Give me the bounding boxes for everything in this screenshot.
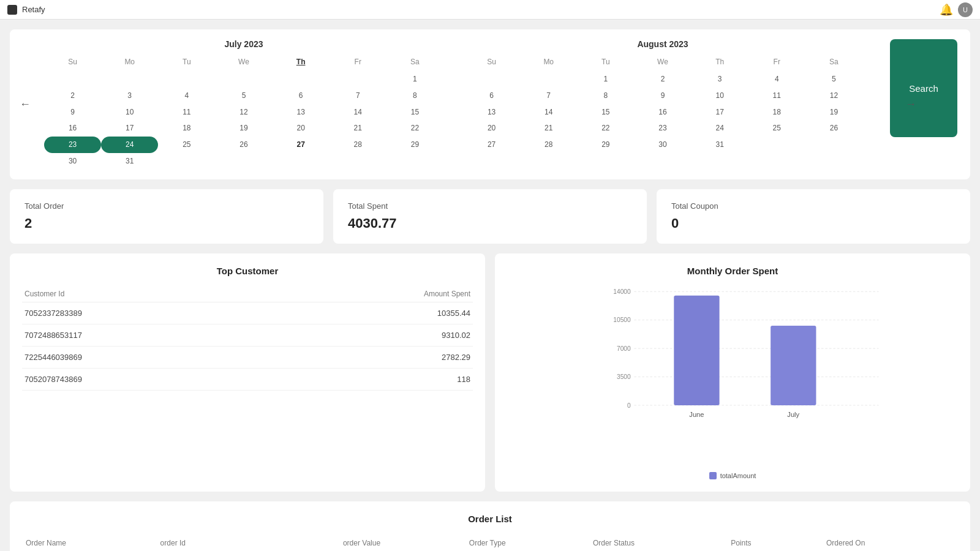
jul-cell[interactable]: 13 bbox=[273, 104, 330, 121]
jul-cell[interactable]: 29 bbox=[386, 137, 443, 153]
col-amount-spent: Amount Spent bbox=[269, 286, 473, 302]
aug-cell[interactable]: 1 bbox=[577, 71, 634, 88]
aug-cell[interactable]: 5 bbox=[805, 71, 862, 88]
col-order-value: order Value bbox=[339, 534, 466, 551]
aug-cell[interactable]: 3 bbox=[692, 71, 748, 88]
titlebar: Retafy 🔔 U bbox=[0, 0, 980, 20]
august-grid: Su Mo Tu We Th Fr Sa 1 2 3 bbox=[463, 56, 862, 159]
aug-cell[interactable]: 19 bbox=[805, 104, 862, 121]
august-calendar: August 2023 Su Mo Tu We Th Fr Sa bbox=[463, 39, 862, 170]
aug-cell[interactable]: 18 bbox=[748, 104, 805, 121]
aug-cell[interactable]: 23 bbox=[634, 120, 691, 137]
notification-icon[interactable]: 🔔 bbox=[940, 3, 953, 17]
aug-cell[interactable]: 14 bbox=[520, 104, 577, 121]
aug-cell[interactable]: 8 bbox=[577, 88, 634, 104]
top-customer-title: Top Customer bbox=[22, 266, 473, 276]
aug-week-4: 20 21 22 23 24 25 26 bbox=[463, 120, 862, 137]
aug-cell[interactable]: 15 bbox=[577, 104, 634, 121]
search-button[interactable]: Search bbox=[890, 39, 957, 137]
jul-cell-24[interactable]: 24 bbox=[101, 137, 158, 153]
calendars-wrapper: July 2023 Su Mo Tu We Th Fr Sa bbox=[44, 39, 862, 170]
aug-cell[interactable]: 31 bbox=[692, 137, 748, 153]
jul-cell[interactable]: 8 bbox=[386, 88, 443, 104]
aug-cell[interactable]: 28 bbox=[520, 137, 577, 153]
jul-cell[interactable]: 20 bbox=[273, 120, 330, 137]
jul-cell[interactable]: 2 bbox=[44, 88, 101, 104]
jul-cell[interactable]: 10 bbox=[101, 104, 158, 121]
jul-cell[interactable]: 7 bbox=[330, 88, 386, 104]
aug-cell[interactable]: 2 bbox=[634, 71, 691, 88]
aug-cell[interactable]: 10 bbox=[692, 88, 748, 104]
jul-cell[interactable]: 15 bbox=[386, 104, 443, 121]
aug-cell[interactable]: 25 bbox=[748, 120, 805, 137]
jul-cell[interactable]: 11 bbox=[158, 104, 215, 121]
aug-cell[interactable] bbox=[463, 71, 520, 88]
jul-cell[interactable] bbox=[101, 71, 158, 88]
aug-cell[interactable]: 20 bbox=[463, 120, 520, 137]
jul-cell[interactable] bbox=[158, 71, 215, 88]
aug-cell[interactable]: 24 bbox=[692, 120, 748, 137]
jul-cell[interactable]: 26 bbox=[215, 137, 272, 153]
jul-cell[interactable] bbox=[330, 153, 386, 170]
jul-cell-27[interactable]: 27 bbox=[273, 137, 330, 153]
aug-cell[interactable]: 17 bbox=[692, 104, 748, 121]
jul-cell[interactable]: 1 bbox=[386, 71, 443, 88]
user-avatar[interactable]: U bbox=[958, 2, 973, 17]
jul-cell[interactable]: 5 bbox=[215, 88, 272, 104]
jul-cell[interactable]: 4 bbox=[158, 88, 215, 104]
order-table-header: Order Name order Id order Value Order Ty… bbox=[22, 534, 958, 551]
jul-cell[interactable]: 3 bbox=[101, 88, 158, 104]
aug-cell[interactable]: 30 bbox=[634, 137, 691, 153]
jul-cell[interactable] bbox=[273, 71, 330, 88]
jul-cell[interactable]: 25 bbox=[158, 137, 215, 153]
jul-cell[interactable] bbox=[330, 71, 386, 88]
svg-text:10500: 10500 bbox=[613, 317, 631, 323]
app-title: Retafy bbox=[22, 5, 45, 14]
jul-cell-23[interactable]: 23 bbox=[44, 137, 101, 153]
jul-cell[interactable]: 14 bbox=[330, 104, 386, 121]
aug-cell[interactable] bbox=[748, 137, 805, 153]
prev-button[interactable]: ← bbox=[15, 96, 36, 113]
jul-week-2: 2 3 4 5 6 7 8 bbox=[44, 88, 443, 104]
svg-text:3500: 3500 bbox=[617, 373, 631, 380]
aug-cell[interactable]: 12 bbox=[805, 88, 862, 104]
jul-cell[interactable] bbox=[215, 153, 272, 170]
jul-cell[interactable] bbox=[215, 71, 272, 88]
jul-cell[interactable]: 6 bbox=[273, 88, 330, 104]
stats-row: Total Order 2 Total Spent 4030.77 Total … bbox=[10, 189, 970, 244]
bar-chart: 14000 10500 7000 3500 0 June July bbox=[538, 286, 958, 445]
jul-cell[interactable]: 30 bbox=[44, 153, 101, 170]
jul-cell[interactable]: 9 bbox=[44, 104, 101, 121]
customer-id-cell: 7225446039869 bbox=[22, 346, 269, 368]
aug-cell[interactable]: 27 bbox=[463, 137, 520, 153]
total-order-value: 2 bbox=[24, 216, 309, 231]
jul-cell[interactable] bbox=[273, 153, 330, 170]
jul-cell[interactable]: 16 bbox=[44, 120, 101, 137]
aug-cell[interactable]: 22 bbox=[577, 120, 634, 137]
jul-cell[interactable]: 12 bbox=[215, 104, 272, 121]
aug-cell[interactable]: 26 bbox=[805, 120, 862, 137]
jul-cell[interactable] bbox=[158, 153, 215, 170]
jul-cell[interactable]: 17 bbox=[101, 120, 158, 137]
next-button[interactable]: → bbox=[900, 96, 921, 113]
aug-cell[interactable]: 6 bbox=[463, 88, 520, 104]
aug-cell[interactable] bbox=[520, 71, 577, 88]
aug-cell[interactable]: 4 bbox=[748, 71, 805, 88]
jul-fri: Fr bbox=[330, 56, 386, 67]
jul-cell[interactable]: 28 bbox=[330, 137, 386, 153]
aug-cell[interactable] bbox=[805, 137, 862, 153]
jul-cell[interactable]: 31 bbox=[101, 153, 158, 170]
aug-cell[interactable]: 21 bbox=[520, 120, 577, 137]
aug-cell[interactable]: 16 bbox=[634, 104, 691, 121]
jul-cell[interactable]: 22 bbox=[386, 120, 443, 137]
aug-cell[interactable]: 9 bbox=[634, 88, 691, 104]
aug-cell[interactable]: 11 bbox=[748, 88, 805, 104]
jul-cell[interactable]: 21 bbox=[330, 120, 386, 137]
jul-cell[interactable] bbox=[386, 153, 443, 170]
jul-cell[interactable]: 19 bbox=[215, 120, 272, 137]
aug-cell[interactable]: 13 bbox=[463, 104, 520, 121]
jul-cell[interactable] bbox=[44, 71, 101, 88]
aug-cell[interactable]: 29 bbox=[577, 137, 634, 153]
jul-cell[interactable]: 18 bbox=[158, 120, 215, 137]
aug-cell[interactable]: 7 bbox=[520, 88, 577, 104]
